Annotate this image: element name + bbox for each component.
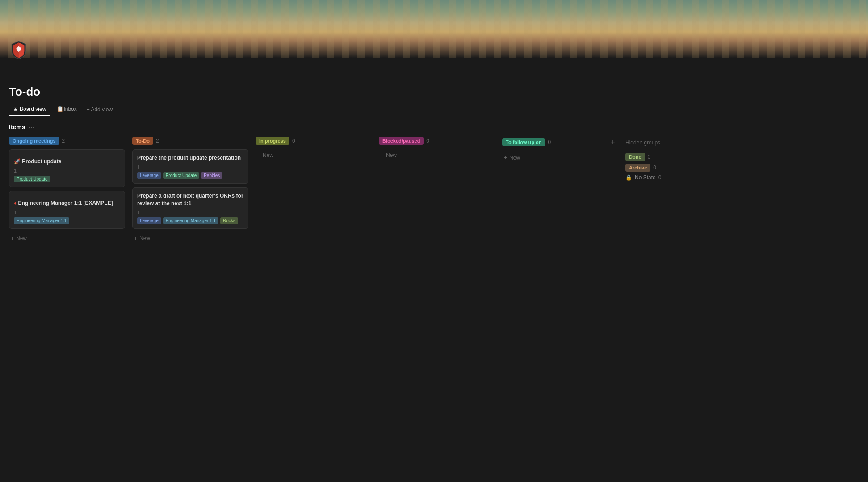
section-header: Items ··· [9,123,859,131]
tag-eng-manager-2[interactable]: Engineering Manager 1:1 [163,217,218,224]
card-emoji-diamond: ♦ [14,200,17,206]
column-count-inprogress: 0 [292,138,295,144]
status-badge-ongoing[interactable]: Ongoing meetings [9,137,59,145]
card-number-2: 1 [14,210,120,215]
status-badge-blocked[interactable]: Blocked/paused [379,137,424,145]
status-badge-done: Done [625,153,645,161]
new-button-ongoing[interactable]: + New [9,233,125,244]
card-tags-2: Engineering Manager 1:1 [14,217,120,224]
hidden-group-done-count: 0 [648,154,651,160]
hidden-group-archive[interactable]: Archive 0 [625,164,697,172]
column-header-ongoing: Ongoing meetings 2 [9,137,125,145]
hidden-group-nostate[interactable]: 🔒 No State 0 [625,174,697,181]
add-view-button[interactable]: + Add view [83,104,116,115]
column-todo: To-Do 2 Prepare the product update prese… [132,137,248,244]
column-count-followup: 0 [548,139,551,145]
hero-banner [0,0,868,58]
hidden-group-archive-count: 0 [653,165,656,171]
new-button-todo[interactable]: + New [132,233,248,244]
hidden-group-done[interactable]: Done 0 [625,153,697,161]
column-header-inprogress: In progress 0 [256,137,372,145]
app-logo [9,40,29,61]
card-title-presentation: Prepare the product update presentation [137,154,243,162]
add-group-button[interactable]: + [608,137,618,148]
new-button-inprogress[interactable]: + New [256,149,372,161]
status-badge-todo[interactable]: To-Do [132,137,153,145]
column-followup: To follow up on 0 + + New [502,137,618,164]
card-product-update[interactable]: 🚀 Product update 1 Product Update [9,149,125,187]
content-area: Items ··· Ongoing meetings 2 🚀 Product u… [0,116,868,260]
column-count-todo: 2 [156,138,159,144]
nostate-label: No State [635,174,656,181]
card-tags: Product Update [14,176,120,182]
tag-rocks-1[interactable]: Rocks [220,217,238,224]
card-title-eng-manager: ♦ Engineering Manager 1:1 [EXAMPLE] [14,199,120,207]
card-tags-3: Leverage Product Update Pebbles [137,172,243,179]
board-view-icon: ⊞ [13,106,17,112]
tag-product-update[interactable]: Product Update [14,176,50,182]
column-count-ongoing: 2 [62,138,65,144]
section-menu-icon[interactable]: ··· [29,123,34,131]
nostate-icon: 🔒 [625,174,632,181]
status-badge-archive: Archive [625,164,650,172]
new-button-followup[interactable]: + New [502,152,618,164]
column-header-followup: To follow up on 0 + [502,137,618,148]
hidden-groups-header: Hidden groups [625,137,697,148]
column-blocked: Blocked/paused 0 + New [379,137,495,161]
status-badge-followup[interactable]: To follow up on [502,138,545,146]
tag-leverage-2[interactable]: Leverage [137,217,161,224]
tag-product-update-2[interactable]: Product Update [163,172,200,179]
app-header: To-do ⊞ Board view 📋Inbox + Add view [0,58,868,116]
hidden-groups-column: Hidden groups Done 0 Archive 0 🔒 No Stat… [625,137,697,183]
board-container: Ongoing meetings 2 🚀 Product update 1 Pr… [9,137,859,253]
tab-inbox[interactable]: 📋Inbox [52,103,81,116]
view-tabs: ⊞ Board view 📋Inbox + Add view [9,103,859,116]
card-title-okrs: Prepare a draft of next quarter's OKRs f… [137,192,243,207]
status-badge-inprogress[interactable]: In progress [256,137,289,145]
card-number: 1 [14,168,120,173]
section-title: Items [9,123,25,131]
card-prepare-presentation[interactable]: Prepare the product update presentation … [132,149,248,184]
tag-leverage-1[interactable]: Leverage [137,172,161,179]
card-okrs-draft[interactable]: Prepare a draft of next quarter's OKRs f… [132,187,248,229]
page-title: To-do [9,85,859,99]
column-ongoing: Ongoing meetings 2 🚀 Product update 1 Pr… [9,137,125,244]
column-header-todo: To-Do 2 [132,137,248,145]
card-title-product-update: 🚀 Product update [14,158,120,165]
tab-board-view[interactable]: ⊞ Board view [9,103,50,116]
hero-art [0,0,868,58]
card-eng-manager[interactable]: ♦ Engineering Manager 1:1 [EXAMPLE] 1 En… [9,191,125,229]
card-number-4: 1 [137,210,243,215]
column-header-blocked: Blocked/paused 0 [379,137,495,145]
column-inprogress: In progress 0 + New [256,137,372,161]
tag-pebbles-1[interactable]: Pebbles [201,172,222,179]
tag-eng-manager-1[interactable]: Engineering Manager 1:1 [14,217,69,224]
new-button-blocked[interactable]: + New [379,149,495,161]
column-count-blocked: 0 [426,138,429,144]
card-number-3: 1 [137,165,243,170]
card-emoji: 🚀 [14,158,21,165]
card-tags-4: Leverage Engineering Manager 1:1 Rocks [137,217,243,224]
hidden-group-nostate-count: 0 [658,174,662,181]
